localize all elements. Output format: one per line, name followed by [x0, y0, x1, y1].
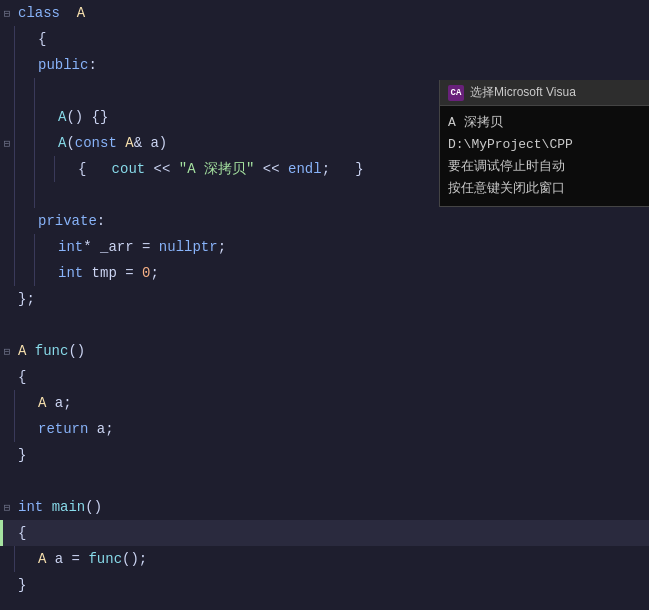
token-plain: : — [97, 213, 105, 229]
indent-guide — [34, 78, 54, 104]
token-plain: () — [85, 499, 102, 515]
token-plain: }; — [18, 291, 35, 307]
code-line: }; — [0, 286, 649, 312]
code-tokens: class A — [14, 0, 649, 26]
code-line: return a; — [0, 416, 649, 442]
code-line: public: — [0, 52, 649, 78]
indent-guide — [14, 78, 34, 104]
code-line — [0, 312, 649, 338]
code-line: { — [0, 520, 649, 546]
code-line: ⊟int main() — [0, 494, 649, 520]
token-plain: ; — [150, 265, 158, 281]
token-kw: return — [38, 421, 88, 437]
code-tokens: } — [14, 442, 649, 468]
token-kw: nullptr — [159, 239, 218, 255]
token-kw: private — [38, 213, 97, 229]
code-line: int tmp = 0; — [0, 260, 649, 286]
token-kw: class — [18, 5, 60, 21]
console-content: A 深拷贝D:\MyProject\CPP要在调试停止时自动按任意键关闭此窗口 — [440, 106, 649, 206]
indent-guide — [34, 104, 54, 130]
indent-guide — [34, 130, 54, 156]
token-kw: const — [75, 135, 117, 151]
token-plain: tmp = — [83, 265, 142, 281]
code-line: { — [0, 26, 649, 52]
token-kw: int — [18, 499, 43, 515]
indent-guide — [14, 182, 34, 208]
indent-guide — [14, 156, 34, 182]
code-tokens: private: — [34, 208, 649, 234]
token-plain: ( — [66, 135, 74, 151]
token-plain: & a) — [134, 135, 168, 151]
indent-guide — [34, 182, 54, 208]
token-plain: a = — [46, 551, 88, 567]
code-tokens: return a; — [34, 416, 649, 442]
code-line: } — [0, 442, 649, 468]
indent-guide — [54, 156, 74, 182]
token-plain: } — [18, 577, 26, 593]
console-line: A 深拷贝 — [448, 112, 641, 134]
fold-icon[interactable]: ⊟ — [0, 345, 14, 358]
console-title-text: 选择Microsoft Visua — [470, 84, 576, 101]
code-tokens: A a = func(); — [34, 546, 649, 572]
indent-guide — [34, 156, 54, 182]
token-str: "A 深拷贝" — [179, 161, 255, 177]
code-line: ⊟A func() — [0, 338, 649, 364]
token-plain — [43, 499, 51, 515]
token-kw: int — [58, 265, 83, 281]
indent-guide — [34, 260, 54, 286]
code-tokens: int* _arr = nullptr; — [54, 234, 649, 260]
indent-guide — [14, 52, 34, 78]
token-plain — [26, 343, 34, 359]
indent-guide — [14, 208, 34, 234]
token-plain: { — [78, 161, 112, 177]
indent-guide — [14, 260, 34, 286]
code-tokens: { — [34, 26, 649, 52]
indent-guide — [14, 546, 34, 572]
token-plain: : — [88, 57, 96, 73]
token-endl-color: endl — [288, 161, 322, 177]
token-plain: { — [38, 31, 46, 47]
token-plain: { — [18, 369, 26, 385]
console-overlay: CA 选择Microsoft Visua A 深拷贝D:\MyProject\C… — [439, 80, 649, 207]
token-plain: { — [18, 525, 26, 541]
console-line: 按任意键关闭此窗口 — [448, 178, 641, 200]
token-plain — [117, 135, 125, 151]
console-title-bar: CA 选择Microsoft Visua — [440, 80, 649, 106]
token-class-name: A — [77, 5, 85, 21]
token-plain: ; } — [322, 161, 364, 177]
console-line: 要在调试停止时自动 — [448, 156, 641, 178]
indent-guide — [14, 104, 34, 130]
indent-guide — [14, 416, 34, 442]
code-tokens: }; — [14, 286, 649, 312]
code-tokens: int tmp = 0; — [54, 260, 649, 286]
token-plain: a; — [46, 395, 71, 411]
indent-guide — [14, 130, 34, 156]
fold-icon[interactable]: ⊟ — [0, 7, 14, 20]
code-line: A a = func(); — [0, 546, 649, 572]
code-tokens: A func() — [14, 338, 649, 364]
token-plain: (); — [122, 551, 147, 567]
token-plain: << — [145, 161, 179, 177]
token-kw: int — [58, 239, 83, 255]
code-tokens: { — [14, 520, 649, 546]
code-line: int* _arr = nullptr; — [0, 234, 649, 260]
code-tokens: int main() — [14, 494, 649, 520]
fold-icon[interactable]: ⊟ — [0, 501, 14, 514]
code-tokens: { — [14, 364, 649, 390]
code-tokens: public: — [34, 52, 649, 78]
code-line: A a; — [0, 390, 649, 416]
token-plain: << — [254, 161, 288, 177]
code-line — [0, 468, 649, 494]
code-line: { — [0, 364, 649, 390]
token-plain: } — [18, 447, 26, 463]
token-kw: public — [38, 57, 88, 73]
token-plain — [60, 5, 77, 21]
code-tokens: } — [14, 572, 649, 598]
fold-icon[interactable]: ⊟ — [0, 137, 14, 150]
token-plain: a; — [88, 421, 113, 437]
token-plain: () {} — [66, 109, 108, 125]
token-plain: ; — [218, 239, 226, 255]
code-line: private: — [0, 208, 649, 234]
token-fn: main — [52, 499, 86, 515]
indent-guide — [14, 390, 34, 416]
